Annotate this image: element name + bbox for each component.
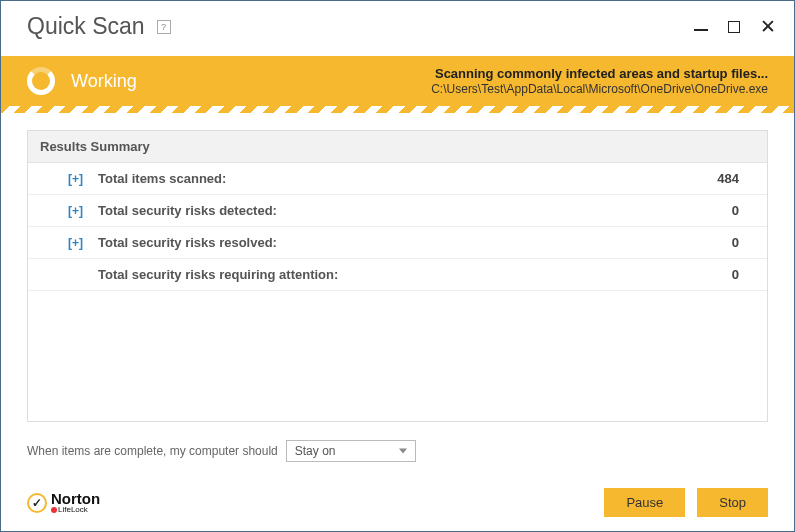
result-row-attention: Total security risks requiring attention… [28, 259, 767, 291]
results-summary: Results Summary [+] Total items scanned:… [27, 130, 768, 422]
checkmark-icon: ✓ [27, 493, 47, 513]
result-label: Total items scanned: [98, 171, 717, 186]
completion-selected: Stay on [295, 444, 336, 458]
completion-dropdown[interactable]: Stay on [286, 440, 416, 462]
result-row-detected: [+] Total security risks detected: 0 [28, 195, 767, 227]
result-value: 0 [732, 235, 755, 250]
status-headline: Scanning commonly infected areas and sta… [431, 66, 768, 81]
close-button[interactable]: ✕ [760, 21, 776, 33]
minimize-button[interactable] [694, 23, 708, 31]
result-row-scanned: [+] Total items scanned: 484 [28, 163, 767, 195]
result-value: 0 [732, 203, 755, 218]
titlebar: Quick Scan ? ✕ [1, 1, 794, 56]
expand-icon[interactable]: [+] [68, 172, 88, 186]
help-icon[interactable]: ? [157, 20, 171, 34]
window-title: Quick Scan [27, 13, 145, 40]
status-path: C:\Users\Test\AppData\Local\Microsoft\On… [431, 82, 768, 96]
result-label: Total security risks requiring attention… [98, 267, 732, 282]
expand-icon[interactable]: [+] [68, 204, 88, 218]
results-header: Results Summary [28, 131, 767, 163]
results-empty-area [28, 291, 767, 421]
status-label: Working [71, 71, 137, 92]
completion-prompt: When items are complete, my computer sho… [27, 444, 278, 458]
stop-button[interactable]: Stop [697, 488, 768, 517]
spinner-icon [27, 67, 55, 95]
result-value: 484 [717, 171, 755, 186]
maximize-button[interactable] [728, 21, 740, 33]
logo-subtext: LifeLock [51, 506, 100, 514]
result-label: Total security risks resolved: [98, 235, 732, 250]
result-label: Total security risks detected: [98, 203, 732, 218]
norton-logo: ✓ Norton LifeLock [27, 491, 100, 514]
expand-icon[interactable]: [+] [68, 236, 88, 250]
pause-button[interactable]: Pause [604, 488, 685, 517]
progress-stripe [1, 106, 794, 114]
logo-text: Norton [51, 491, 100, 506]
status-band: Working Scanning commonly infected areas… [1, 56, 794, 106]
result-value: 0 [732, 267, 755, 282]
result-row-resolved: [+] Total security risks resolved: 0 [28, 227, 767, 259]
